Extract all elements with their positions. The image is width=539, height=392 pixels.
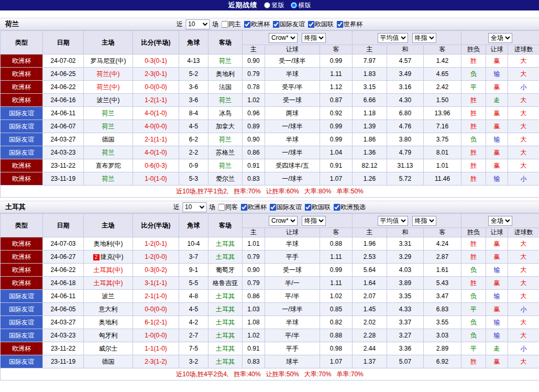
competition-filter-0[interactable]: 欧洲杯 — [240, 203, 267, 212]
handicap-line: 两球 — [265, 107, 320, 120]
competition-type-cell: 国际友谊 — [1, 290, 43, 303]
avg-home-odds: 5.64 — [353, 264, 387, 277]
match-count-select[interactable]: 10 — [185, 19, 210, 29]
result-goals: 大 — [508, 159, 539, 172]
result-handicap: 输 — [486, 68, 508, 81]
result-outcome: 胜 — [461, 172, 486, 186]
view-radio[interactable] — [264, 2, 270, 8]
avg-away-odds: 5.43 — [424, 277, 461, 290]
result-outcome: 胜 — [461, 120, 486, 133]
competition-filter-2[interactable]: 欧国联 — [304, 203, 331, 212]
home-team-cell: 荷兰(中) — [84, 68, 133, 81]
index-stage-select[interactable]: 终指 — [302, 33, 326, 43]
avg-home-odds: 1.39 — [353, 120, 387, 133]
avg-home-odds: 2.44 — [353, 342, 387, 355]
avg-home-odds: 2.53 — [353, 251, 387, 264]
score-cell: 2-3(1-2) — [133, 355, 179, 368]
avg-draw-odds: 3.80 — [387, 133, 424, 146]
handicap-line: 半/一 — [265, 277, 320, 290]
near-label: 近 — [173, 203, 180, 212]
scope-select[interactable]: 全场 — [488, 216, 512, 226]
competition-filter-1[interactable]: 国际友谊 — [272, 20, 305, 29]
date-cell: 23-11-22 — [43, 159, 84, 172]
handicap-line: 受平/半 — [265, 81, 320, 94]
competition-filter-3[interactable]: 欧洲预选 — [333, 203, 366, 212]
bookmaker-select[interactable]: Crow* — [269, 216, 298, 226]
home-team-cell: 奥地利 — [84, 316, 133, 329]
away-team-cell: 荷兰 — [208, 94, 243, 107]
match-row: 国际友谊24-06-11荷兰4-0(1-0)8-4冰岛0.96两球0.921.1… — [1, 107, 539, 120]
handicap-line: 半球 — [265, 68, 320, 81]
summary-row: 近10场,胜4平2负4,胜率:40%让胜率:50%大率:70%单率:70% — [1, 368, 539, 380]
result-handicap: 赢 — [486, 303, 508, 316]
venue-filter[interactable]: 同主 — [221, 20, 241, 29]
competition-checkbox[interactable] — [304, 204, 311, 211]
avg-draw-odds: 3.31 — [387, 237, 424, 251]
competition-checkbox[interactable] — [240, 204, 247, 211]
away-team-name: 荷兰 — [219, 136, 232, 143]
result-goals: 大 — [508, 146, 539, 159]
avg-away-odds: 11.46 — [424, 172, 461, 186]
competition-filter-2[interactable]: 欧国联 — [307, 20, 334, 29]
venue-checkbox[interactable] — [218, 204, 225, 211]
summary-stat: 让胜率:60% — [266, 188, 299, 195]
filter-bar: 近10场同客欧洲杯国际友谊欧国联欧洲预选 — [173, 202, 366, 212]
home-team-cell: 德国 — [84, 355, 133, 368]
view-radio[interactable] — [291, 2, 297, 8]
handicap-home-odds: 1.02 — [243, 329, 265, 342]
bookmaker-select[interactable]: Crow* — [269, 33, 298, 43]
result-goals: 大 — [508, 264, 539, 277]
sub-col-header: 主 — [243, 45, 265, 55]
view-option-vertical[interactable]: 竖版 — [264, 1, 284, 10]
handicap-line: 一/球半 — [265, 303, 320, 316]
date-cell: 24-06-16 — [43, 94, 84, 107]
result-goals: 大 — [508, 316, 539, 329]
avg-away-odds: 2.87 — [424, 251, 461, 264]
handicap-home-odds: 0.90 — [243, 133, 265, 146]
away-team-cell: 苏格兰 — [208, 146, 243, 159]
avg-away-odds: 1.42 — [424, 55, 461, 68]
competition-label: 世界杯 — [344, 20, 362, 29]
result-outcome: 胜 — [461, 55, 486, 68]
competition-checkbox[interactable] — [333, 204, 340, 211]
corner-cell: 4-2 — [179, 316, 208, 329]
handicap-away-odds: 0.88 — [320, 329, 353, 342]
competition-filter-3[interactable]: 世界杯 — [336, 20, 362, 29]
avg-stage-select[interactable]: 终指 — [412, 216, 436, 226]
filter-bar: 近10场同主欧洲杯国际友谊欧国联世界杯 — [177, 19, 362, 29]
match-count-select[interactable]: 10 — [182, 202, 206, 212]
away-team-cell: 土耳其 — [208, 355, 243, 368]
competition-filter-0[interactable]: 欧洲杯 — [244, 20, 270, 29]
average-select[interactable]: 平均值 — [378, 33, 408, 43]
competition-checkbox[interactable] — [272, 21, 279, 28]
handicap-away-odds: 0.92 — [320, 107, 353, 120]
competition-checkbox[interactable] — [336, 21, 343, 28]
sub-col-header: 客 — [320, 45, 353, 55]
avg-home-odds: 1.36 — [353, 146, 387, 159]
result-handicap: 赢 — [486, 355, 508, 368]
col-header: 日期 — [43, 214, 84, 237]
competition-checkbox[interactable] — [307, 21, 314, 28]
handicap-away-odds: 1.11 — [320, 277, 353, 290]
competition-type-cell: 欧洲杯 — [1, 342, 43, 355]
avg-away-odds: 2.89 — [424, 342, 461, 355]
avg-home-odds: 1.83 — [353, 68, 387, 81]
match-row: 国际友谊24-03-23匈牙利1-0(0-0)2-7土耳其1.02平/半0.88… — [1, 329, 539, 342]
avg-away-odds: 13.96 — [424, 107, 461, 120]
result-goals: 大 — [508, 329, 539, 342]
index-stage-select[interactable]: 终指 — [302, 216, 326, 226]
scope-select[interactable]: 全场 — [488, 33, 512, 43]
venue-checkbox[interactable] — [221, 21, 228, 28]
view-option-horizontal[interactable]: 横版 — [291, 1, 311, 10]
corner-cell: 4-8 — [179, 290, 208, 303]
competition-type-cell: 欧洲杯 — [1, 237, 43, 251]
avg-stage-select[interactable]: 终指 — [412, 33, 436, 43]
home-team-cell: 波兰(中) — [84, 94, 133, 107]
competition-label: 欧洲杯 — [248, 203, 267, 212]
home-team-name: 捷克(中) — [101, 253, 124, 260]
average-select[interactable]: 平均值 — [378, 216, 408, 226]
venue-filter[interactable]: 同客 — [218, 203, 238, 212]
competition-filter-1[interactable]: 国际友谊 — [269, 203, 302, 212]
competition-checkbox[interactable] — [244, 21, 250, 28]
competition-checkbox[interactable] — [269, 204, 276, 211]
